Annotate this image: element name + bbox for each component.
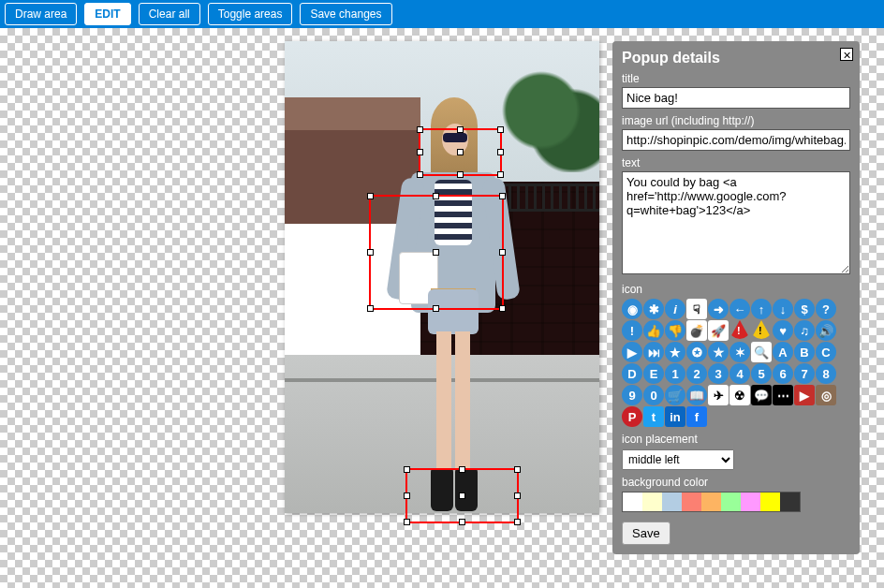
edit-button[interactable]: EDIT <box>84 3 130 25</box>
icon-skip[interactable]: ⏭ <box>643 342 664 362</box>
selection-head[interactable] <box>419 128 502 176</box>
icon-5[interactable]: 5 <box>751 363 772 384</box>
savechanges-button[interactable]: Save changes <box>300 3 391 25</box>
icon-2[interactable]: 2 <box>686 363 707 384</box>
placement-select[interactable]: middle left <box>622 449 734 470</box>
icon-bomb[interactable]: 💣 <box>686 320 707 341</box>
icon-heart[interactable]: ♥ <box>773 320 793 341</box>
icon-3[interactable]: 3 <box>708 363 729 384</box>
resize-handle-bl[interactable] <box>417 171 423 178</box>
icon-radiation[interactable]: ☢ <box>729 385 750 405</box>
icon-star[interactable]: ★ <box>665 342 685 362</box>
icon-plane[interactable]: ✈ <box>708 385 729 405</box>
swatch-99ff99[interactable] <box>721 492 741 511</box>
swatch-ffffcc[interactable] <box>642 492 662 511</box>
icon-dollar[interactable]: $ <box>794 299 815 319</box>
swatch-fdb462[interactable] <box>701 492 721 511</box>
icon-alert-red[interactable]: ! <box>729 320 750 339</box>
icon-dots[interactable]: ⋯ <box>773 385 793 405</box>
resize-handle-ml[interactable] <box>417 149 423 155</box>
resize-handle-bm[interactable] <box>457 171 464 178</box>
resize-handle-bm[interactable] <box>433 305 439 312</box>
icon-D[interactable]: D <box>622 363 642 384</box>
icon-7[interactable]: 7 <box>794 363 815 384</box>
save-button[interactable]: Save <box>622 522 670 545</box>
icon-question[interactable]: ? <box>816 299 836 319</box>
icon-play[interactable]: ▶ <box>622 342 642 362</box>
close-icon[interactable]: ✕ <box>840 48 853 61</box>
resize-handle-tl[interactable] <box>404 466 410 473</box>
icon-facebook[interactable]: f <box>686 406 707 427</box>
swatch-ffff00[interactable] <box>760 492 780 511</box>
resize-handle-bl[interactable] <box>367 305 374 312</box>
resize-handle-ml[interactable] <box>404 492 410 499</box>
icon-sound[interactable]: 🔊 <box>816 320 836 341</box>
resize-handle-br[interactable] <box>497 171 504 178</box>
icon-4[interactable]: 4 <box>729 363 750 384</box>
icon-C[interactable]: C <box>816 342 836 362</box>
title-input[interactable] <box>622 87 850 109</box>
icon-rocket[interactable]: 🚀 <box>708 320 729 341</box>
resize-handle-mm[interactable] <box>457 149 464 155</box>
swatch-b3cde3[interactable] <box>662 492 682 511</box>
resize-handle-bm[interactable] <box>459 519 465 525</box>
icon-6[interactable]: 6 <box>773 363 793 384</box>
icon-info[interactable]: i <box>665 299 685 319</box>
resize-handle-tl[interactable] <box>367 193 374 199</box>
icon-instagram[interactable]: ◎ <box>816 385 836 405</box>
resize-handle-tr[interactable] <box>497 126 504 133</box>
swatch-ffffff[interactable] <box>623 492 642 511</box>
resize-handle-ml[interactable] <box>367 249 374 256</box>
resize-handle-br[interactable] <box>514 519 521 525</box>
resize-handle-mr[interactable] <box>499 249 506 256</box>
resize-handle-bl[interactable] <box>404 519 410 525</box>
icon-arrow-left[interactable]: ← <box>729 299 750 319</box>
icon-twitter[interactable]: t <box>643 406 664 427</box>
icon-8[interactable]: 8 <box>816 363 836 384</box>
swatch-333333[interactable] <box>780 492 800 511</box>
icon-youtube[interactable]: ▶ <box>794 385 815 405</box>
icon-thumb-up[interactable]: 👍 <box>643 320 664 341</box>
icon-arrow-right[interactable]: ➜ <box>708 299 729 319</box>
icon-target[interactable]: ◉ <box>622 299 642 319</box>
icon-B[interactable]: B <box>794 342 815 362</box>
imageurl-input[interactable] <box>622 129 850 151</box>
resize-handle-mm[interactable] <box>459 492 465 499</box>
icon-asterisk[interactable]: ✱ <box>643 299 664 319</box>
swatch-fb8072[interactable] <box>682 492 701 511</box>
icon-star-o2[interactable]: ✯ <box>708 342 729 362</box>
resize-handle-mr[interactable] <box>497 149 504 155</box>
resize-handle-tl[interactable] <box>417 126 423 133</box>
icon-1[interactable]: 1 <box>665 363 685 384</box>
icon-star-o1[interactable]: ✪ <box>686 342 707 362</box>
editor-canvas[interactable]: Popup details ✕ title image url (includi… <box>0 28 884 588</box>
icon-thumb-down[interactable]: 👎 <box>665 320 685 341</box>
icon-A[interactable]: A <box>773 342 793 362</box>
resize-handle-mr[interactable] <box>514 492 521 499</box>
resize-handle-br[interactable] <box>499 305 506 312</box>
resize-handle-tr[interactable] <box>499 193 506 199</box>
toggle-button[interactable]: Toggle areas <box>208 3 293 25</box>
icon-alert-yel[interactable]: ! <box>751 320 772 339</box>
selection-feet[interactable] <box>405 468 519 523</box>
icon-pointer[interactable]: ☟ <box>686 299 707 319</box>
resize-handle-tm[interactable] <box>433 193 439 199</box>
icon-book[interactable]: 📖 <box>686 385 707 405</box>
icon-star-o3[interactable]: ✶ <box>729 342 750 362</box>
swatch-ff99ff[interactable] <box>741 492 760 511</box>
resize-handle-tm[interactable] <box>457 126 464 133</box>
icon-music[interactable]: ♫ <box>794 320 815 341</box>
icon-0[interactable]: 0 <box>643 385 664 405</box>
icon-exclaim[interactable]: ! <box>622 320 642 341</box>
icon-linkedin[interactable]: in <box>665 406 685 427</box>
resize-handle-tr[interactable] <box>514 466 521 473</box>
icon-arrow-down[interactable]: ↓ <box>773 299 793 319</box>
icon-pinterest[interactable]: P <box>622 406 642 427</box>
icon-cart[interactable]: 🛒 <box>665 385 685 405</box>
icon-9[interactable]: 9 <box>622 385 642 405</box>
resize-handle-mm[interactable] <box>433 249 439 256</box>
text-input[interactable] <box>622 171 850 274</box>
draw-button[interactable]: Draw area <box>5 3 77 25</box>
clear-button[interactable]: Clear all <box>139 3 200 25</box>
icon-zoom[interactable]: 🔍 <box>751 342 772 362</box>
